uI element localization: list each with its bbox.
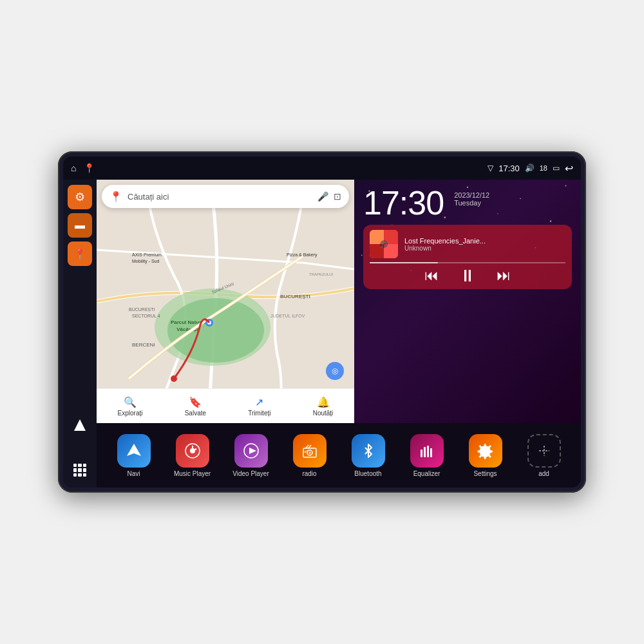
video-player-label: Video Player [232, 470, 269, 477]
svg-rect-55 [424, 447, 426, 457]
news-label: Noutăți [313, 410, 334, 417]
svg-text:TRAPEZULUI: TRAPEZULUI [309, 272, 334, 276]
layers-icon[interactable]: ⊡ [334, 191, 341, 202]
explore-label: Explorați [118, 410, 143, 417]
svg-point-49 [308, 451, 310, 453]
apps-bar: Navi Music Player [97, 423, 581, 488]
music-title: Lost Frequencies_Janie... [404, 237, 565, 245]
svg-rect-54 [421, 450, 422, 457]
top-section: 📍 Căutați aici 🎤 ⊡ [97, 180, 581, 423]
big-clock: 17:30 [363, 186, 444, 220]
video-player-icon [234, 434, 268, 468]
battery-level: 18 [540, 164, 547, 172]
time-display: 17:30 2023/12/12 Tuesday [363, 186, 572, 220]
nav-arrow-icon [74, 419, 86, 431]
radio-label: radio [302, 470, 316, 477]
svg-text:JUDEȚUL ILFOV: JUDEȚUL ILFOV [270, 314, 305, 319]
info-panel: 17:30 2023/12/12 Tuesday [354, 180, 581, 423]
svg-rect-57 [430, 448, 432, 457]
sidebar-settings-button[interactable]: ⚙ [68, 185, 92, 209]
svg-text:Pizza & Bakery: Pizza & Bakery [287, 252, 317, 258]
battery-icon: ▭ [553, 164, 560, 173]
map-send-button[interactable]: ↗ Trimiteți [248, 396, 270, 417]
main-content: ⚙ ▬ 📍 [63, 180, 581, 488]
music-player-label: Music Player [174, 470, 211, 477]
svg-rect-53 [307, 450, 308, 453]
explore-icon: 🔍 [124, 396, 137, 408]
saved-label: Salvate [185, 410, 206, 417]
map-explore-button[interactable]: 🔍 Explorați [118, 396, 143, 417]
svg-point-30 [361, 254, 363, 256]
music-widget: 🎵 Lost Frequencies_Janie... Unknown [363, 225, 572, 289]
svg-marker-46 [249, 448, 256, 454]
settings-icon-app [469, 434, 502, 468]
add-label: add [538, 470, 549, 477]
svg-text:🎵: 🎵 [380, 240, 388, 249]
svg-rect-52 [305, 451, 306, 453]
map-panel: 📍 Căutați aici 🎤 ⊡ [97, 180, 354, 423]
svg-text:BUCUREȘTI: BUCUREȘTI [280, 294, 310, 299]
sidebar-grid-button[interactable] [68, 458, 92, 482]
equalizer-icon [410, 434, 444, 468]
music-info: Lost Frequencies_Janie... Unknown [404, 237, 565, 252]
music-top: 🎵 Lost Frequencies_Janie... Unknown [370, 230, 565, 258]
svg-marker-40 [127, 444, 141, 456]
prev-button[interactable]: ⏮ [424, 269, 439, 283]
app-settings[interactable]: Settings [465, 434, 506, 477]
status-time: 17:30 [498, 164, 520, 173]
map-pin-icon[interactable]: 📍 [84, 163, 95, 173]
navi-icon [117, 434, 151, 468]
day-line: Tuesday [454, 199, 489, 207]
svg-rect-56 [427, 446, 429, 457]
radio-icon [293, 434, 327, 468]
map-bottom-bar: 🔍 Explorați 🔖 Salvate ↗ Trimiteți [97, 388, 354, 423]
saved-icon: 🔖 [189, 396, 202, 408]
home-icon[interactable]: ⌂ [71, 163, 76, 173]
grid-icon [73, 464, 86, 477]
app-navi[interactable]: Navi [113, 434, 155, 477]
back-icon[interactable]: ↩ [565, 162, 573, 175]
app-add[interactable]: add [524, 434, 565, 477]
app-bluetooth[interactable]: Bluetooth [348, 434, 389, 477]
svg-text:AXIS Premium: AXIS Premium [132, 252, 162, 257]
map-svg: Parcul Natural Văcărești BUCUREȘTI JUDEȚ… [97, 180, 354, 423]
send-icon: ↗ [255, 396, 263, 408]
settings-label: Settings [473, 470, 497, 477]
equalizer-label: Equalizer [413, 470, 440, 477]
map-search-placeholder[interactable]: Căutați aici [128, 192, 312, 202]
navi-label: Navi [127, 470, 140, 477]
date-line: 2023/12/12 [454, 191, 489, 199]
sidebar-nav-button[interactable] [68, 413, 92, 437]
sidebar: ⚙ ▬ 📍 [63, 180, 97, 488]
app-radio[interactable]: radio [289, 434, 330, 477]
wifi-icon: ▽ [488, 164, 493, 173]
content-area: 📍 Căutați aici 🎤 ⊡ [97, 180, 581, 488]
bluetooth-label: Bluetooth [354, 470, 381, 477]
pause-button[interactable]: ⏸ [459, 267, 476, 284]
music-artist: Unknown [404, 245, 565, 252]
map-news-button[interactable]: 🔔 Noutăți [313, 396, 334, 417]
screen: ⌂ 📍 ▽ 17:30 🔊 18 ▭ ↩ ⚙ ▬ [63, 156, 581, 488]
music-controls: ⏮ ⏸ ⏭ [370, 267, 565, 284]
svg-text:Mobility - Sud: Mobility - Sud [132, 259, 160, 264]
app-equalizer[interactable]: Equalizer [406, 434, 448, 477]
sidebar-folder-button[interactable]: ▬ [68, 213, 92, 238]
svg-point-19 [171, 375, 177, 382]
status-bar-right: ▽ 17:30 🔊 18 ▭ ↩ [488, 162, 573, 175]
mic-icon[interactable]: 🎤 [317, 191, 328, 202]
date-info: 2023/12/12 Tuesday [454, 186, 489, 207]
car-display-device: ⌂ 📍 ▽ 17:30 🔊 18 ▭ ↩ ⚙ ▬ [58, 151, 586, 493]
location-icon: 📍 [73, 248, 86, 260]
map-search-bar[interactable]: 📍 Căutați aici 🎤 ⊡ [102, 185, 349, 208]
app-music-player[interactable]: Music Player [172, 434, 213, 477]
next-button[interactable]: ⏭ [497, 269, 511, 283]
bluetooth-icon-app [352, 434, 385, 468]
folder-icon: ▬ [75, 220, 85, 231]
music-player-icon [176, 434, 209, 468]
svg-text:SECTORUL 4: SECTORUL 4 [132, 314, 160, 318]
svg-text:BUCUREȘTI: BUCUREȘTI [129, 307, 155, 312]
sidebar-map-button[interactable]: 📍 [68, 242, 92, 266]
add-icon [527, 434, 561, 468]
app-video-player[interactable]: Video Player [231, 434, 272, 477]
map-saved-button[interactable]: 🔖 Salvate [185, 396, 206, 417]
